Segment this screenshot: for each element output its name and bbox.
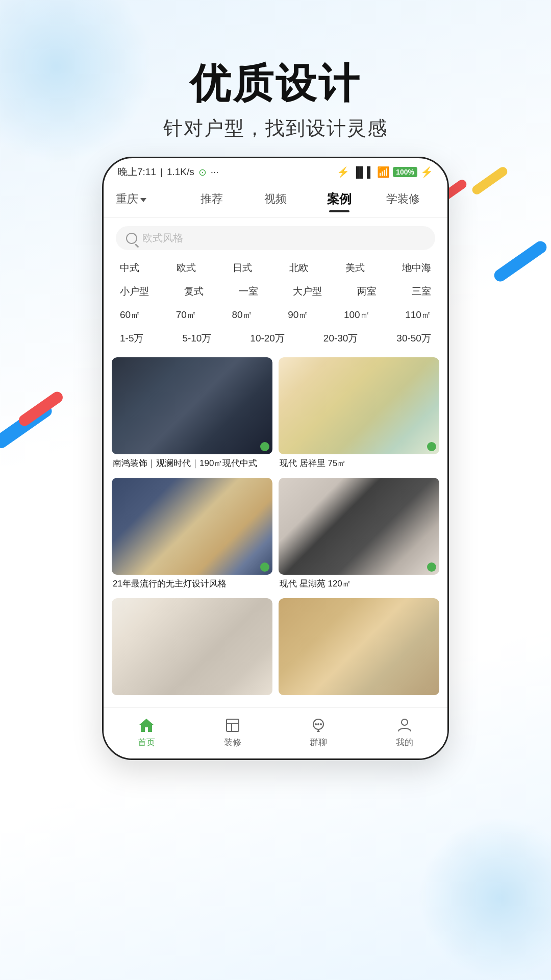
nav-decoration-icon <box>223 716 242 734</box>
filter-5-10w[interactable]: 5-10万 <box>178 329 215 348</box>
chevron-down-icon <box>140 198 146 202</box>
nav-chat-icon <box>309 716 328 734</box>
nav-profile-label: 我的 <box>396 737 413 748</box>
filter-90sqm[interactable]: 90㎡ <box>284 305 312 325</box>
header-section: 优质设计 针对户型，找到设计灵感 <box>0 0 551 141</box>
grid-item-3[interactable]: 21年最流行的无主灯设计风格 <box>112 478 272 592</box>
online-dot-3 <box>260 562 269 572</box>
grid-image-1 <box>112 357 272 454</box>
svg-point-5 <box>317 723 319 725</box>
filter-20-30w[interactable]: 20-30万 <box>319 329 362 348</box>
filter-tworoom[interactable]: 两室 <box>353 282 381 301</box>
grid-image-4 <box>279 478 439 575</box>
nav-item-decoration[interactable]: 装修 <box>190 716 276 748</box>
page-subtitle: 针对户型，找到设计灵感 <box>0 115 551 141</box>
filter-large[interactable]: 大户型 <box>289 282 326 301</box>
nav-item-home[interactable]: 首页 <box>104 716 190 748</box>
filter-japanese[interactable]: 日式 <box>229 258 256 278</box>
nav-chat-label: 群聊 <box>310 737 327 748</box>
filter-small[interactable]: 小户型 <box>116 282 153 301</box>
wifi-icon: 📶 <box>377 166 390 178</box>
bluetooth-icon: ⚡ <box>337 166 349 178</box>
grid-item-4[interactable]: 现代 星湖苑 120㎡ <box>279 478 439 592</box>
search-icon <box>126 233 137 244</box>
grid-image-2 <box>279 357 439 454</box>
filter-row-style: 中式 欧式 日式 北欧 美式 地中海 <box>104 256 447 280</box>
nav-item-chat[interactable]: 群聊 <box>276 716 362 748</box>
grid-caption-2: 现代 居祥里 75㎡ <box>279 454 439 472</box>
filter-60sqm[interactable]: 60㎡ <box>116 305 144 325</box>
svg-point-7 <box>402 719 408 725</box>
svg-point-6 <box>320 723 322 725</box>
more-icon: ··· <box>211 166 219 178</box>
signal-icon: ▐▌▌ <box>353 166 374 178</box>
nav-item-profile[interactable]: 我的 <box>362 716 448 748</box>
filter-mediterranean[interactable]: 地中海 <box>398 258 435 278</box>
page-title: 优质设计 <box>0 61 551 106</box>
bg-blob-bottomright <box>418 817 551 980</box>
nav-decoration-label: 装修 <box>224 737 241 748</box>
status-time: 晚上7:11 | 1.1K/s ⊙ ··· <box>118 165 219 179</box>
filter-threeroom[interactable]: 三室 <box>408 282 435 301</box>
online-dot-4 <box>427 562 436 572</box>
grid-item-6[interactable] <box>279 598 439 700</box>
filter-nordic[interactable]: 北欧 <box>285 258 313 278</box>
network-icon: ⊙ <box>198 166 207 178</box>
nav-home-icon <box>137 716 156 734</box>
phone-wrapper: 晚上7:11 | 1.1K/s ⊙ ··· ⚡ ▐▌▌ 📶 100% ⚡ 重庆 <box>0 157 551 760</box>
filter-100sqm[interactable]: 100㎡ <box>340 305 374 325</box>
filter-110sqm[interactable]: 110㎡ <box>401 305 435 325</box>
grid-image-6 <box>279 598 439 695</box>
online-dot-1 <box>260 442 269 451</box>
nav-profile-icon <box>395 716 414 734</box>
svg-rect-0 <box>227 719 239 731</box>
nav-home-label: 首页 <box>138 737 155 748</box>
filter-american[interactable]: 美式 <box>341 258 369 278</box>
charging-icon: ⚡ <box>420 166 433 178</box>
grid-image-3 <box>112 478 272 575</box>
status-bar: 晚上7:11 | 1.1K/s ⊙ ··· ⚡ ▐▌▌ 📶 100% ⚡ <box>104 158 447 183</box>
filter-duplex[interactable]: 复式 <box>180 282 208 301</box>
grid-caption-5 <box>112 695 272 700</box>
grid-item-5[interactable] <box>112 598 272 700</box>
search-placeholder: 欧式风格 <box>142 231 183 245</box>
filter-oneroom[interactable]: 一室 <box>235 282 262 301</box>
tab-recommend[interactable]: 推荐 <box>180 188 243 210</box>
search-bar[interactable]: 欧式风格 <box>116 226 435 250</box>
filter-chinese[interactable]: 中式 <box>116 258 143 278</box>
grid-caption-3: 21年最流行的无主灯设计风格 <box>112 575 272 592</box>
tab-case[interactable]: 案例 <box>308 188 371 210</box>
content-grid: 南鸿装饰｜观澜时代｜190㎡现代中式 现代 居祥里 75㎡ 21年最流行的无主灯… <box>104 350 447 707</box>
filter-30-50w[interactable]: 30-50万 <box>392 329 435 348</box>
grid-item-1[interactable]: 南鸿装饰｜观澜时代｜190㎡现代中式 <box>112 357 272 472</box>
grid-image-5 <box>112 598 272 695</box>
grid-item-2[interactable]: 现代 居祥里 75㎡ <box>279 357 439 472</box>
svg-point-4 <box>315 723 317 725</box>
filter-80sqm[interactable]: 80㎡ <box>228 305 256 325</box>
filter-10-20w[interactable]: 10-20万 <box>246 329 289 348</box>
status-right: ⚡ ▐▌▌ 📶 100% ⚡ <box>337 166 433 178</box>
bottom-nav: 首页 装修 <box>104 707 447 758</box>
phone-frame: 晚上7:11 | 1.1K/s ⊙ ··· ⚡ ▐▌▌ 📶 100% ⚡ 重庆 <box>102 157 449 760</box>
filter-european[interactable]: 欧式 <box>172 258 200 278</box>
filter-70sqm[interactable]: 70㎡ <box>172 305 201 325</box>
nav-tabs: 重庆 推荐 视频 案例 学装修 <box>104 183 447 218</box>
tab-video[interactable]: 视频 <box>243 188 307 210</box>
battery-indicator: 100% <box>393 167 417 177</box>
filter-row-area: 60㎡ 70㎡ 80㎡ 90㎡ 100㎡ 110㎡ <box>104 303 447 327</box>
filter-row-size: 小户型 复式 一室 大户型 两室 三室 <box>104 280 447 303</box>
tab-city[interactable]: 重庆 <box>116 188 180 210</box>
grid-caption-4: 现代 星湖苑 120㎡ <box>279 575 439 592</box>
grid-caption-6 <box>279 695 439 700</box>
grid-caption-1: 南鸿装饰｜观澜时代｜190㎡现代中式 <box>112 454 272 472</box>
online-dot-2 <box>427 442 436 451</box>
tab-learn[interactable]: 学装修 <box>371 188 435 210</box>
filter-1-5w[interactable]: 1-5万 <box>116 329 147 348</box>
filter-row-budget: 1-5万 5-10万 10-20万 20-30万 30-50万 <box>104 327 447 350</box>
